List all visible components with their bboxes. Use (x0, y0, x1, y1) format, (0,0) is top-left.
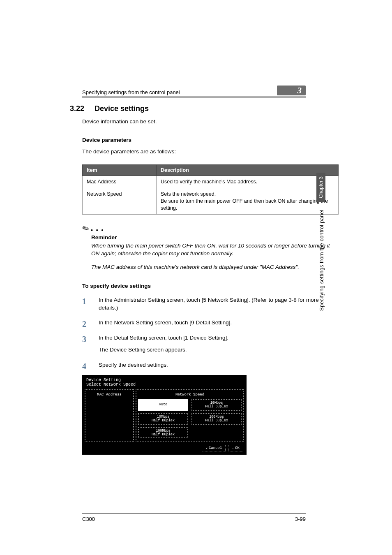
dots-icon: • • • (91, 227, 104, 234)
scr-ok-label: OK (235, 446, 240, 450)
footer: C300 3-99 (82, 513, 306, 522)
params-table: Item Description Mac Address Used to ver… (82, 164, 339, 215)
scr-speed-grid: Auto 10Mbps Full Duplex 10Mbps Half Dupl… (138, 399, 242, 439)
side-chapter-tab: Chapter 3 (316, 173, 325, 202)
table-row: Mac Address Used to verify the machine's… (83, 176, 339, 188)
footer-model: C300 (82, 516, 95, 522)
params-intro: The device parameters are as follows: (82, 148, 339, 155)
table-row: Network Speed Sets the network speed. Be… (83, 188, 339, 215)
step-text: In the Detail Setting screen, touch [1 D… (99, 335, 228, 341)
scr-btn-100full[interactable]: 100Mbps Full Duplex (191, 413, 242, 425)
body: Device information can be set. Device pa… (82, 118, 339, 455)
reminder-text-1: When turning the main power switch OFF t… (91, 242, 339, 258)
params-heading: Device parameters (82, 137, 339, 143)
scr-btn-10full[interactable]: 10Mbps Full Duplex (191, 399, 242, 411)
scr-btn-100half[interactable]: 100Mbps Half Duplex (138, 427, 188, 439)
section-intro: Device information can be set. (82, 118, 339, 125)
content: 3.22 Device settings Device information … (82, 104, 339, 455)
reminder-label: Reminder (91, 234, 339, 240)
pen-icon: ✎ (80, 222, 91, 234)
step-item: 2 In the Network Setting screen, touch [… (82, 319, 339, 327)
table-head-row: Item Description (83, 165, 339, 176)
step-number: 3 (82, 333, 86, 345)
reminder-text-2: The MAC address of this machine's networ… (91, 264, 339, 271)
step-number: 4 (82, 361, 86, 372)
scr-cancel-button[interactable]: ✕Cancel (202, 445, 226, 451)
step-number: 2 (82, 318, 86, 330)
section-title: Device settings (95, 104, 149, 113)
th-desc: Description (157, 165, 339, 176)
scr-mac-head: MAC Address (87, 393, 131, 397)
chapter-badge: 3 (277, 86, 306, 95)
scr-right-panel: Network Speed Auto 10Mbps Full Duplex 10… (136, 389, 244, 442)
cell-item: Mac Address (83, 176, 157, 188)
scr-btn-10half[interactable]: 10Mbps Half Duplex (138, 413, 188, 425)
scr-cancel-label: Cancel (209, 446, 222, 450)
scr-ok-button[interactable]: ▫OK (228, 445, 243, 451)
step-item: 3 In the Detail Setting screen, touch [1… (82, 334, 339, 354)
footer-page: 3-99 (295, 516, 306, 522)
scr-title: Device Setting (84, 377, 245, 382)
page: Specifying settings from the control pan… (0, 0, 392, 555)
section-number: 3.22 (70, 104, 88, 113)
step-text: Specify the desired settings. (99, 362, 168, 368)
header-row: Specifying settings from the control pan… (82, 86, 306, 95)
device-setting-screenshot: Device Setting Select Network Speed MAC … (82, 375, 247, 455)
scr-left-panel: MAC Address (85, 389, 134, 442)
cell-desc: Used to verify the machine's Mac address… (157, 176, 339, 188)
reminder-icon: ✎• • • (82, 224, 339, 234)
step-text: In the Administrator Setting screen, tou… (99, 297, 319, 311)
header-rule (82, 96, 306, 97)
scr-speed-head: Network Speed (138, 393, 242, 397)
step-item: 1 In the Administrator Setting screen, t… (82, 296, 339, 312)
step-item: 4 Specify the desired settings. (82, 361, 339, 369)
check-icon: ▫ (232, 446, 234, 450)
breadcrumb: Specifying settings from the control pan… (82, 89, 180, 95)
scr-subtitle: Select Network Speed (84, 382, 245, 388)
x-icon: ✕ (205, 446, 208, 450)
step-text: In the Network Setting screen, touch [9 … (99, 319, 232, 326)
chapter-number: 3 (277, 86, 306, 95)
scr-btn-auto[interactable]: Auto (138, 399, 188, 411)
side-caption: Specifying settings from the control pan… (318, 210, 325, 311)
scr-footer: ✕Cancel ▫OK (84, 442, 245, 453)
step-subtext: The Device Setting screen appears. (99, 346, 339, 354)
cell-item: Network Speed (83, 188, 157, 215)
steps-list: 1 In the Administrator Setting screen, t… (82, 296, 339, 369)
step-number: 1 (82, 296, 86, 307)
section-heading-row: 3.22 Device settings (82, 104, 339, 113)
procedure-heading: To specify device settings (82, 283, 339, 289)
th-item: Item (83, 165, 157, 176)
cell-desc: Sets the network speed. Be sure to turn … (157, 188, 339, 215)
